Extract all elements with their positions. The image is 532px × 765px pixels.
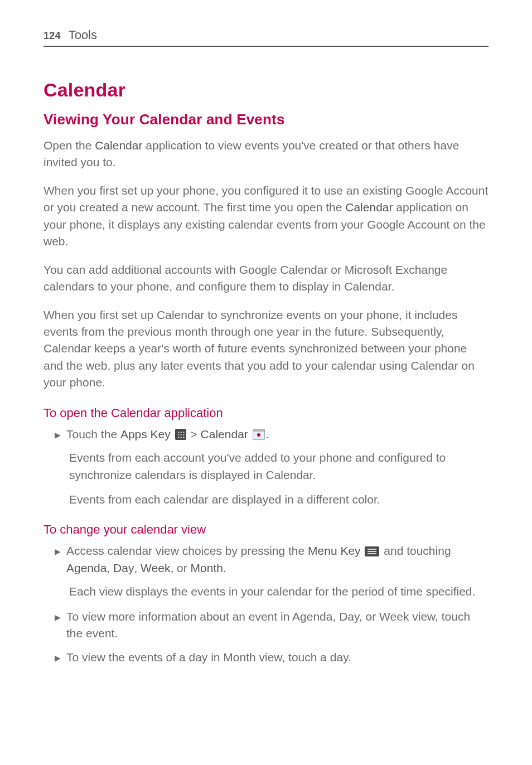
section-title: Tools — [69, 28, 97, 42]
page-header: 124 Tools — [43, 28, 489, 42]
paragraph-sync: When you first set up Calendar to synchr… — [43, 307, 489, 391]
text-fragment: > — [187, 428, 201, 440]
bullet-icon: ▶ — [55, 608, 61, 642]
step-change-view: ▶ Access calendar view choices by pressi… — [55, 543, 489, 577]
bullet-icon: ▶ — [55, 543, 61, 577]
calendar-icon — [253, 429, 265, 440]
text-fragment: and touching — [380, 544, 451, 557]
step-text: To view the events of a day in Month vie… — [66, 649, 489, 666]
heading-viewing: Viewing Your Calendar and Events — [43, 111, 489, 128]
step-view-day: ▶ To view the events of a day in Month v… — [55, 649, 489, 666]
text-month: Month — [191, 561, 223, 574]
text-calendar-bold: Calendar — [201, 428, 248, 440]
step-view-more-info: ▶ To view more information about an even… — [55, 608, 489, 642]
heading-calendar: Calendar — [43, 79, 489, 101]
text-menu-key: Menu Key — [308, 544, 361, 557]
step-text: Access calendar view choices by pressing… — [66, 543, 489, 577]
heading-open-app: To open the Calendar application — [43, 406, 489, 420]
step-text: To view more information about an event … — [66, 608, 489, 642]
text-fragment: , — [134, 561, 141, 574]
header-rule — [43, 46, 489, 47]
text-fragment: Touch the — [66, 428, 120, 440]
text-fragment: , — [107, 561, 113, 574]
apps-key-icon — [175, 429, 186, 440]
paragraph-intro: Open the Calendar application to view ev… — [43, 137, 489, 171]
paragraph-setup: When you first set up your phone, you co… — [43, 182, 489, 250]
text-fragment: , or — [170, 561, 190, 574]
step-note-1: Events from each account you've added to… — [69, 449, 489, 483]
change-view-note: Each view displays the events in your ca… — [69, 583, 489, 600]
page: 124 Tools Calendar Viewing Your Calendar… — [0, 0, 532, 765]
step-touch-apps: ▶ Touch the Apps Key > Calendar . — [55, 426, 489, 443]
bullet-icon: ▶ — [55, 649, 61, 666]
step-note-2: Events from each calendar are displayed … — [69, 491, 489, 508]
text-calendar-bold: Calendar — [345, 201, 393, 214]
bullet-icon: ▶ — [55, 426, 61, 443]
text-day: Day — [113, 561, 134, 574]
text-week: Week — [141, 561, 170, 574]
text-fragment: . — [223, 561, 226, 574]
page-number: 124 — [43, 30, 61, 42]
text-fragment: Access calendar view choices by pressing… — [66, 544, 308, 557]
step-text: Touch the Apps Key > Calendar . — [66, 426, 489, 443]
text-calendar-bold: Calendar — [95, 139, 142, 152]
menu-key-icon — [365, 546, 379, 556]
paragraph-accounts: You can add additional accounts with Goo… — [43, 262, 489, 296]
text-apps-key: Apps Key — [120, 428, 171, 440]
heading-change-view: To change your calendar view — [43, 522, 489, 537]
text-fragment: Open the — [43, 139, 95, 152]
text-fragment: . — [266, 428, 269, 440]
text-agenda: Agenda — [66, 561, 107, 574]
